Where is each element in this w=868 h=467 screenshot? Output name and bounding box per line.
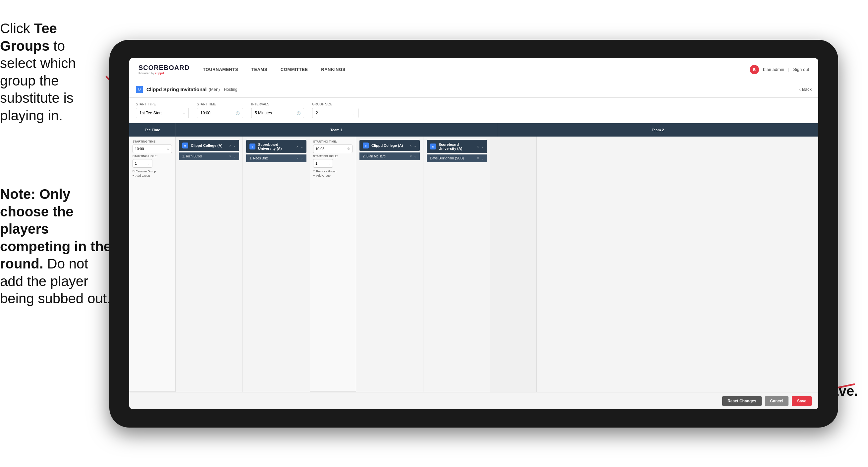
- nav-separator: |: [788, 67, 789, 72]
- add-group-btn-2[interactable]: + Add Group: [313, 174, 352, 177]
- starting-hole-input-2[interactable]: 1 ⌄: [313, 159, 333, 168]
- partial-team1: [537, 137, 537, 392]
- add-group-label-1: Add Group: [135, 174, 150, 177]
- team1-expand-group1[interactable]: ⌄: [233, 144, 236, 147]
- footer: Reset Changes Cancel Save: [129, 392, 818, 409]
- starting-hole-label-1: STARTING HOLE:: [132, 154, 172, 158]
- hosting-badge: Hosting: [224, 87, 238, 92]
- tee-group-2: STARTING TIME: 10:05 ⏱ STARTING HOLE: 1 …: [310, 137, 356, 392]
- team2-player-x-group2[interactable]: ×: [477, 156, 479, 160]
- intervals-input[interactable]: 5 Minutes 🕐: [251, 108, 304, 118]
- team2-card-header-group2: S Scoreboard University (A) × ⌄: [427, 140, 487, 153]
- controls-row: Start Type 1st Tee Start ⌄ Start Time 10…: [129, 98, 818, 123]
- remove-group-label-1: Remove Group: [135, 170, 156, 173]
- add-group-label-2: Add Group: [316, 174, 331, 177]
- tournament-gender: (Men): [209, 87, 220, 92]
- reset-changes-button[interactable]: Reset Changes: [722, 396, 762, 406]
- group-size-input[interactable]: 2 ⌄: [312, 108, 359, 118]
- time-clock-1: ⏱: [167, 147, 169, 150]
- start-time-input[interactable]: 10:00 🕐: [197, 108, 243, 118]
- tee-group-1: STARTING TIME: 10:00 ⏱ STARTING HOLE: 1 …: [129, 137, 176, 392]
- starting-time-label-2: STARTING TIME:: [313, 140, 352, 143]
- team1-cell-group1: B Clippd College (A) × ⌄ 1. Rich Butler …: [176, 137, 243, 392]
- main-content: Start Type 1st Tee Start ⌄ Start Time 10…: [129, 98, 818, 409]
- team1-expand-group2[interactable]: ⌄: [414, 144, 416, 147]
- team1-x-group2[interactable]: ×: [409, 144, 411, 147]
- intervals-label: Intervals: [251, 103, 304, 106]
- navbar: SCOREBOARD Powered by clippd TOURNAMENTS…: [129, 58, 818, 81]
- logo-clippd: clippd: [155, 71, 164, 75]
- group-size-group: Group Size 2 ⌄: [312, 103, 359, 118]
- starting-hole-input-1[interactable]: 1 ⌄: [132, 159, 152, 168]
- team2-x-group1[interactable]: ×: [296, 145, 298, 148]
- team1-player-row-group2: 2. Blair McHarg × ⌄: [360, 152, 420, 160]
- save-button[interactable]: Save: [792, 396, 812, 406]
- team1-player-name-group2: 2. Blair McHarg: [363, 154, 410, 158]
- col-team2: Team 2: [497, 128, 818, 132]
- time-clock-2: ⏱: [347, 147, 350, 150]
- nav-committee[interactable]: COMMITTEE: [281, 67, 308, 72]
- remove-icon-2: □: [313, 170, 315, 173]
- starting-time-label-1: STARTING TIME:: [132, 140, 172, 143]
- team2-cell-group1: S Scoreboard University (A) × ⌄ 1. Rees …: [243, 137, 310, 392]
- remove-group-btn-1[interactable]: □ Remove Group: [132, 170, 172, 173]
- col-tee-time: Tee Time: [129, 128, 176, 132]
- instruction-top-left: Click Tee Groups to select which group t…: [0, 20, 103, 124]
- tablet-screen: SCOREBOARD Powered by clippd TOURNAMENTS…: [129, 58, 818, 409]
- sub-header: B Clippd Spring Invitational (Men) Hosti…: [129, 81, 818, 98]
- group-size-arrow: ⌄: [352, 111, 355, 115]
- team2-card-group2: S Scoreboard University (A) × ⌄: [427, 140, 487, 153]
- starting-hole-value-1: 1: [135, 162, 137, 166]
- team2-player-arrow-group2[interactable]: ⌄: [481, 156, 484, 160]
- tee-group-actions-2: □ Remove Group + Add Group: [313, 170, 352, 177]
- team1-name-group1: Clippd College (A): [191, 144, 229, 147]
- cancel-button[interactable]: Cancel: [765, 396, 788, 406]
- team1-player-x-group1[interactable]: ×: [229, 154, 231, 158]
- team1-x-group1[interactable]: ×: [229, 144, 231, 147]
- team2-icon-group1: S: [249, 144, 255, 149]
- logo-scoreboard: SCOREBOARD: [138, 64, 189, 71]
- tablet-device: SCOREBOARD Powered by clippd TOURNAMENTS…: [109, 40, 838, 428]
- instruction-bottom-left: Note: Only choose the players competing …: [0, 185, 113, 308]
- tournament-icon: B: [136, 86, 143, 93]
- starting-time-value-2: 10:05: [315, 147, 325, 151]
- back-button[interactable]: ‹ Back: [799, 87, 812, 92]
- starting-time-input-1[interactable]: 10:00 ⏱: [132, 145, 172, 153]
- sign-out-link[interactable]: Sign out: [793, 67, 809, 72]
- team2-player-name-group2: Dave Billingham (SUB): [430, 156, 477, 160]
- tee-group-actions-1: □ Remove Group + Add Group: [132, 170, 172, 177]
- team1-icon-group1: B: [182, 143, 188, 148]
- team2-player-row-group1: 1. Rees Britt × ⌄: [246, 154, 306, 162]
- nav-links: TOURNAMENTS TEAMS COMMITTEE RANKINGS: [203, 67, 750, 72]
- team1-cell-group2: B Clippd College (A) × ⌄ 2. Blair McHarg…: [356, 137, 424, 392]
- team2-player-x-group1[interactable]: ×: [297, 156, 299, 160]
- remove-group-btn-2[interactable]: □ Remove Group: [313, 170, 352, 173]
- intervals-group: Intervals 5 Minutes 🕐: [251, 103, 304, 118]
- start-type-label: Start Type: [136, 103, 189, 106]
- team2-x-group2[interactable]: ×: [477, 145, 479, 148]
- start-time-clock: 🕐: [236, 111, 240, 115]
- team1-card-group1: B Clippd College (A) × ⌄: [179, 140, 239, 151]
- remove-group-label-2: Remove Group: [316, 170, 336, 173]
- team1-player-x-group2[interactable]: ×: [410, 154, 412, 158]
- team2-card-group1: S Scoreboard University (A) × ⌄: [246, 140, 306, 153]
- start-type-input[interactable]: 1st Tee Start ⌄: [136, 108, 189, 118]
- group-size-value: 2: [316, 111, 318, 115]
- add-group-btn-1[interactable]: + Add Group: [132, 174, 172, 177]
- remove-icon-1: □: [132, 170, 134, 173]
- nav-rankings[interactable]: RANKINGS: [321, 67, 345, 72]
- intervals-clock: 🕐: [297, 111, 301, 115]
- nav-tournaments[interactable]: TOURNAMENTS: [203, 67, 238, 72]
- admin-name: blair admin: [763, 67, 784, 72]
- nav-teams[interactable]: TEAMS: [251, 67, 267, 72]
- team1-player-arrow-group2[interactable]: ⌄: [414, 154, 416, 158]
- start-time-value: 10:00: [200, 111, 210, 115]
- team2-expand-group1[interactable]: ⌄: [301, 145, 303, 148]
- nav-right: B blair admin | Sign out: [750, 65, 809, 74]
- start-type-group: Start Type 1st Tee Start ⌄: [136, 103, 189, 118]
- team1-player-arrow-group1[interactable]: ⌄: [233, 154, 236, 158]
- team2-player-arrow-group1[interactable]: ⌄: [301, 156, 303, 160]
- starting-time-input-2[interactable]: 10:05 ⏱: [313, 145, 352, 153]
- team2-expand-group2[interactable]: ⌄: [481, 145, 484, 148]
- grid-body: STARTING TIME: 10:00 ⏱ STARTING HOLE: 1 …: [129, 137, 818, 392]
